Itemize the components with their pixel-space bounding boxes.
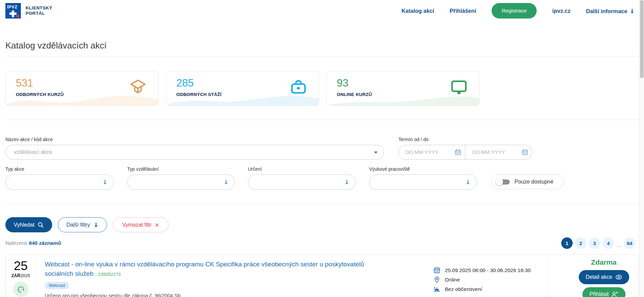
date-from-wrap	[398, 145, 465, 160]
event-code: - 235052273	[95, 272, 121, 277]
typ-akce-dropdown[interactable]: ↓	[5, 174, 114, 190]
nav-ipvz-cz[interactable]: ipvz.cz	[552, 8, 570, 14]
vyukove-pracoviste-dropdown[interactable]: ↓	[369, 174, 477, 190]
arrow-down-icon: ↓	[223, 178, 228, 186]
monitor-icon	[450, 78, 468, 96]
clear-filter-button[interactable]: Vymazat filtr ×	[113, 217, 169, 232]
stat-value: 531	[16, 77, 33, 89]
event-content: Webcast - on-line výuka v rámci vzděláva…	[36, 255, 434, 297]
typ-vzdelavani-label: Typ vzdělávání	[127, 166, 158, 172]
page-button-2[interactable]: 2	[575, 237, 586, 249]
ipvz-logo[interactable]: IPVZ	[5, 3, 21, 19]
page-button-4[interactable]: 4	[603, 237, 614, 249]
stat-label: ODBORNÝCH KURZŮ	[16, 92, 64, 97]
page-button-3[interactable]: 3	[589, 237, 600, 249]
scrollbar-thumb[interactable]	[640, 0, 644, 78]
event-catering-row: Bez občerstvení	[434, 286, 548, 292]
calendar-icon	[434, 267, 440, 273]
stat-label: ONLINE KURZŮ	[337, 92, 372, 97]
event-description: Určeno pro pro všeobecnou sestru dle zák…	[45, 293, 427, 297]
person-plus-icon	[611, 291, 618, 297]
event-datetime-row: 25.09.2025 08:00 - 30.06.2026 16:30	[434, 267, 548, 273]
event-location: Online	[445, 277, 460, 283]
catalog-page: IPVZ KLIENTSKÝ PORTÁL Katalog akcí Přihl…	[0, 0, 644, 297]
results-count-number: 840 záznamů	[29, 240, 61, 246]
event-price: Zdarma	[591, 258, 617, 266]
portal-title: KLIENTSKÝ PORTÁL	[26, 5, 52, 16]
location-pin-icon	[434, 276, 440, 283]
calendar-icon[interactable]	[522, 149, 528, 155]
toggle-thumb	[496, 178, 503, 186]
divider	[5, 204, 639, 205]
pagination: 1 2 3 4 … 84	[561, 237, 635, 249]
arrow-down-icon: ↓	[102, 178, 107, 186]
toggle-label: Pouze dostupné	[514, 179, 553, 185]
nav-prihlaseni[interactable]: Přihlášení	[450, 8, 476, 14]
event-date-block: 25 ZÁŘ2025	[6, 255, 36, 297]
stat-value: 285	[176, 77, 194, 89]
search-input[interactable]	[5, 145, 384, 160]
term-filter-label: Termín od / do	[398, 137, 429, 142]
catering-icon	[434, 286, 440, 292]
webcast-badge	[13, 282, 29, 297]
main-nav: Katalog akcí Přihlášení Registrace ipvz.…	[401, 3, 635, 19]
divider	[5, 120, 639, 120]
page-button-1[interactable]: 1	[561, 237, 573, 249]
page-title: Katalog vzdělávacích akcí	[5, 40, 107, 51]
stat-card-odborne-kurzy[interactable]: 531 ODBORNÝCH KURZŮ	[5, 71, 158, 106]
event-catering: Bez občerstvení	[445, 286, 482, 292]
vyukove-pracoviste-label: Výukové pracoviště	[369, 166, 410, 172]
calendar-icon[interactable]	[455, 149, 461, 155]
nav-dalsi-informace[interactable]: Další informace ↓	[586, 7, 635, 14]
arrow-down-icon: ↓	[344, 178, 349, 186]
page-button-84[interactable]: 84	[624, 237, 635, 249]
name-filter-label: Název akce / kód akce	[5, 137, 53, 142]
results-bar: Nalezeno 840 záznamů 1 2 3 4 … 84	[5, 236, 639, 251]
stat-cards: 531 ODBORNÝCH KURZŮ 285 ODBORNÝCH STÁŽÍ	[5, 71, 479, 106]
typ-vzdelavani-dropdown[interactable]: ↓	[127, 174, 235, 190]
event-title-link[interactable]: Webcast - on-line výuka v rámci vzděláva…	[45, 260, 388, 279]
eye-icon	[615, 275, 622, 279]
event-day: 25	[6, 260, 36, 273]
nav-katalog-akci[interactable]: Katalog akcí	[401, 8, 434, 14]
filter-actions: Vyhledat Další filtry ↓ Vymazat filtr ×	[5, 217, 169, 232]
typ-akce-label: Typ akce	[5, 166, 24, 172]
urceni-dropdown[interactable]: ↓	[248, 174, 356, 190]
registrace-button[interactable]: Registrace	[492, 3, 537, 19]
briefcase-icon	[290, 78, 307, 96]
close-icon: ×	[155, 221, 159, 228]
pagination-ellipsis: …	[616, 242, 621, 249]
search-icon	[38, 222, 44, 228]
event-details: 25.09.2025 08:00 - 30.06.2026 16:30 Onli…	[434, 255, 548, 297]
prihlasit-button[interactable]: Přihlásit	[582, 287, 625, 297]
stat-card-odborne-staze[interactable]: 285 ODBORNÝCH STÁŽÍ	[166, 71, 319, 106]
only-available-toggle[interactable]	[496, 178, 510, 186]
arrow-down-icon: ↓	[465, 178, 470, 186]
stat-label: ODBORNÝCH STÁŽÍ	[176, 92, 221, 97]
detail-akce-button[interactable]: Detail akce	[579, 270, 629, 284]
event-datetime: 25.09.2025 08:00 - 30.06.2026 16:30	[445, 267, 531, 273]
date-to-wrap	[465, 145, 532, 160]
event-location-row: Online	[434, 276, 548, 283]
webcast-headset-icon	[16, 285, 25, 294]
event-type-badge: Webcast	[45, 282, 69, 289]
scrollbar-track[interactable]	[639, 0, 644, 297]
event-month-year: ZÁŘ2025	[6, 273, 36, 278]
search-button[interactable]: Vyhledat	[5, 217, 52, 232]
results-count: Nalezeno 840 záznamů	[5, 240, 61, 246]
date-range-group	[398, 145, 532, 160]
ipvz-logo-text: IPVZ	[7, 4, 17, 9]
urceni-label: Určení	[248, 166, 262, 172]
graduation-cap-icon	[129, 78, 147, 96]
more-filters-button[interactable]: Další filtry ↓	[58, 217, 107, 232]
logo-red-square	[16, 15, 19, 18]
event-card: 25 ZÁŘ2025 Webcast - on-line výuka v rám…	[5, 255, 639, 297]
logo-cross-icon	[9, 12, 16, 15]
arrow-down-icon: ↓	[94, 221, 99, 228]
divider	[5, 56, 639, 57]
stat-card-online-kurzy[interactable]: 93 ONLINE KURZŮ	[326, 71, 479, 106]
dropdown-caret-icon[interactable]	[374, 152, 378, 154]
only-available-toggle-pill: Pouze dostupné	[491, 174, 564, 189]
header: IPVZ KLIENTSKÝ PORTÁL Katalog akcí Přihl…	[0, 0, 644, 22]
arrow-down-icon: ↓	[630, 7, 635, 14]
